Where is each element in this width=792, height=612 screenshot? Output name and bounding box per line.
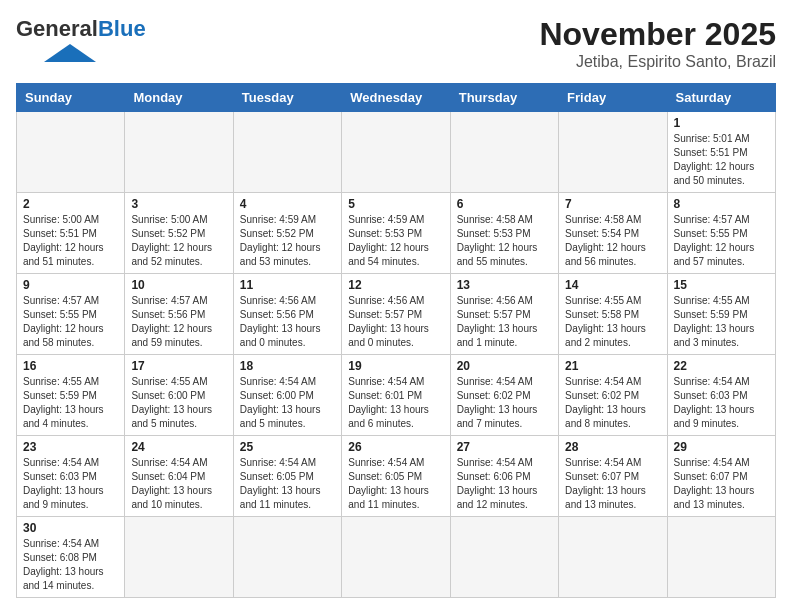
- day-info: Sunrise: 4:59 AM Sunset: 5:53 PM Dayligh…: [348, 213, 443, 269]
- day-info: Sunrise: 4:54 AM Sunset: 6:07 PM Dayligh…: [674, 456, 769, 512]
- day-info: Sunrise: 4:58 AM Sunset: 5:53 PM Dayligh…: [457, 213, 552, 269]
- day-info: Sunrise: 4:54 AM Sunset: 6:07 PM Dayligh…: [565, 456, 660, 512]
- logo: General Blue: [16, 16, 146, 62]
- day-number: 13: [457, 278, 552, 292]
- day-info: Sunrise: 4:55 AM Sunset: 5:59 PM Dayligh…: [23, 375, 118, 431]
- day-number: 19: [348, 359, 443, 373]
- calendar-row: 30Sunrise: 4:54 AM Sunset: 6:08 PM Dayli…: [17, 517, 776, 598]
- calendar-cell: 6Sunrise: 4:58 AM Sunset: 5:53 PM Daylig…: [450, 193, 558, 274]
- calendar-cell: [342, 112, 450, 193]
- calendar-cell: [17, 112, 125, 193]
- day-number: 24: [131, 440, 226, 454]
- calendar-cell: 16Sunrise: 4:55 AM Sunset: 5:59 PM Dayli…: [17, 355, 125, 436]
- day-number: 4: [240, 197, 335, 211]
- day-number: 12: [348, 278, 443, 292]
- calendar-cell: [559, 517, 667, 598]
- day-number: 11: [240, 278, 335, 292]
- day-number: 25: [240, 440, 335, 454]
- day-info: Sunrise: 5:00 AM Sunset: 5:52 PM Dayligh…: [131, 213, 226, 269]
- calendar-cell: [125, 112, 233, 193]
- day-info: Sunrise: 4:54 AM Sunset: 6:04 PM Dayligh…: [131, 456, 226, 512]
- day-info: Sunrise: 4:57 AM Sunset: 5:55 PM Dayligh…: [23, 294, 118, 350]
- day-number: 18: [240, 359, 335, 373]
- day-info: Sunrise: 4:55 AM Sunset: 5:58 PM Dayligh…: [565, 294, 660, 350]
- calendar-cell: [342, 517, 450, 598]
- calendar-cell: 11Sunrise: 4:56 AM Sunset: 5:56 PM Dayli…: [233, 274, 341, 355]
- calendar-row: 9Sunrise: 4:57 AM Sunset: 5:55 PM Daylig…: [17, 274, 776, 355]
- calendar-cell: 26Sunrise: 4:54 AM Sunset: 6:05 PM Dayli…: [342, 436, 450, 517]
- calendar-cell: 25Sunrise: 4:54 AM Sunset: 6:05 PM Dayli…: [233, 436, 341, 517]
- calendar-cell: 14Sunrise: 4:55 AM Sunset: 5:58 PM Dayli…: [559, 274, 667, 355]
- calendar-cell: 10Sunrise: 4:57 AM Sunset: 5:56 PM Dayli…: [125, 274, 233, 355]
- day-info: Sunrise: 4:59 AM Sunset: 5:52 PM Dayligh…: [240, 213, 335, 269]
- day-number: 22: [674, 359, 769, 373]
- calendar-cell: 24Sunrise: 4:54 AM Sunset: 6:04 PM Dayli…: [125, 436, 233, 517]
- col-saturday: Saturday: [667, 84, 775, 112]
- calendar-cell: 29Sunrise: 4:54 AM Sunset: 6:07 PM Dayli…: [667, 436, 775, 517]
- calendar-cell: 19Sunrise: 4:54 AM Sunset: 6:01 PM Dayli…: [342, 355, 450, 436]
- calendar-table: Sunday Monday Tuesday Wednesday Thursday…: [16, 83, 776, 598]
- calendar-cell: 18Sunrise: 4:54 AM Sunset: 6:00 PM Dayli…: [233, 355, 341, 436]
- day-number: 17: [131, 359, 226, 373]
- day-number: 29: [674, 440, 769, 454]
- calendar-cell: [233, 517, 341, 598]
- day-info: Sunrise: 4:54 AM Sunset: 6:05 PM Dayligh…: [240, 456, 335, 512]
- day-info: Sunrise: 4:54 AM Sunset: 6:02 PM Dayligh…: [457, 375, 552, 431]
- calendar-cell: 21Sunrise: 4:54 AM Sunset: 6:02 PM Dayli…: [559, 355, 667, 436]
- day-number: 9: [23, 278, 118, 292]
- day-number: 23: [23, 440, 118, 454]
- day-info: Sunrise: 4:54 AM Sunset: 6:03 PM Dayligh…: [23, 456, 118, 512]
- day-number: 16: [23, 359, 118, 373]
- page-subtitle: Jetiba, Espirito Santo, Brazil: [539, 53, 776, 71]
- calendar-cell: 15Sunrise: 4:55 AM Sunset: 5:59 PM Dayli…: [667, 274, 775, 355]
- logo-general: General: [16, 16, 98, 42]
- logo-blue: Blue: [98, 16, 146, 42]
- calendar-cell: 20Sunrise: 4:54 AM Sunset: 6:02 PM Dayli…: [450, 355, 558, 436]
- calendar-cell: 12Sunrise: 4:56 AM Sunset: 5:57 PM Dayli…: [342, 274, 450, 355]
- calendar-cell: [667, 517, 775, 598]
- calendar-cell: [125, 517, 233, 598]
- day-info: Sunrise: 4:54 AM Sunset: 6:02 PM Dayligh…: [565, 375, 660, 431]
- calendar-cell: [233, 112, 341, 193]
- day-number: 20: [457, 359, 552, 373]
- calendar-cell: [450, 517, 558, 598]
- calendar-cell: 5Sunrise: 4:59 AM Sunset: 5:53 PM Daylig…: [342, 193, 450, 274]
- calendar-header-row: Sunday Monday Tuesday Wednesday Thursday…: [17, 84, 776, 112]
- day-info: Sunrise: 4:54 AM Sunset: 6:05 PM Dayligh…: [348, 456, 443, 512]
- calendar-cell: 28Sunrise: 4:54 AM Sunset: 6:07 PM Dayli…: [559, 436, 667, 517]
- calendar-cell: [450, 112, 558, 193]
- day-info: Sunrise: 4:56 AM Sunset: 5:56 PM Dayligh…: [240, 294, 335, 350]
- day-number: 28: [565, 440, 660, 454]
- day-number: 5: [348, 197, 443, 211]
- col-friday: Friday: [559, 84, 667, 112]
- day-info: Sunrise: 4:56 AM Sunset: 5:57 PM Dayligh…: [457, 294, 552, 350]
- day-number: 21: [565, 359, 660, 373]
- calendar-cell: 2Sunrise: 5:00 AM Sunset: 5:51 PM Daylig…: [17, 193, 125, 274]
- col-tuesday: Tuesday: [233, 84, 341, 112]
- calendar-cell: 22Sunrise: 4:54 AM Sunset: 6:03 PM Dayli…: [667, 355, 775, 436]
- day-number: 8: [674, 197, 769, 211]
- day-number: 6: [457, 197, 552, 211]
- logo-triangle-icon: [16, 44, 96, 62]
- day-info: Sunrise: 4:54 AM Sunset: 6:06 PM Dayligh…: [457, 456, 552, 512]
- calendar-cell: 1Sunrise: 5:01 AM Sunset: 5:51 PM Daylig…: [667, 112, 775, 193]
- day-info: Sunrise: 5:01 AM Sunset: 5:51 PM Dayligh…: [674, 132, 769, 188]
- col-monday: Monday: [125, 84, 233, 112]
- col-sunday: Sunday: [17, 84, 125, 112]
- day-number: 10: [131, 278, 226, 292]
- calendar-cell: 7Sunrise: 4:58 AM Sunset: 5:54 PM Daylig…: [559, 193, 667, 274]
- day-number: 3: [131, 197, 226, 211]
- day-info: Sunrise: 4:54 AM Sunset: 6:08 PM Dayligh…: [23, 537, 118, 593]
- day-number: 14: [565, 278, 660, 292]
- calendar-cell: 30Sunrise: 4:54 AM Sunset: 6:08 PM Dayli…: [17, 517, 125, 598]
- day-info: Sunrise: 4:57 AM Sunset: 5:55 PM Dayligh…: [674, 213, 769, 269]
- calendar-cell: 3Sunrise: 5:00 AM Sunset: 5:52 PM Daylig…: [125, 193, 233, 274]
- day-info: Sunrise: 4:54 AM Sunset: 6:00 PM Dayligh…: [240, 375, 335, 431]
- calendar-cell: 9Sunrise: 4:57 AM Sunset: 5:55 PM Daylig…: [17, 274, 125, 355]
- svg-marker-0: [44, 44, 96, 62]
- day-number: 15: [674, 278, 769, 292]
- day-info: Sunrise: 4:55 AM Sunset: 6:00 PM Dayligh…: [131, 375, 226, 431]
- calendar-cell: 27Sunrise: 4:54 AM Sunset: 6:06 PM Dayli…: [450, 436, 558, 517]
- calendar-cell: [559, 112, 667, 193]
- day-info: Sunrise: 4:54 AM Sunset: 6:03 PM Dayligh…: [674, 375, 769, 431]
